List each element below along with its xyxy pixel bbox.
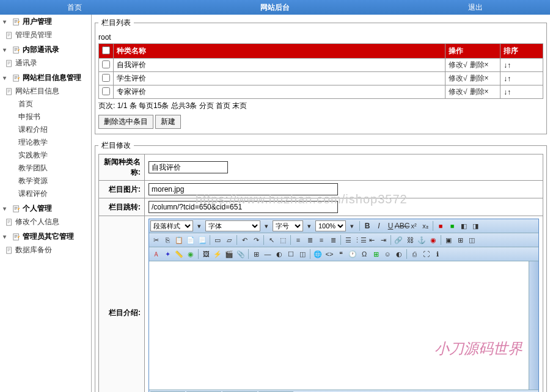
img-input[interactable] [148, 183, 338, 195]
outdent-icon[interactable]: ⇤ [366, 234, 377, 245]
name-input[interactable] [148, 161, 228, 173]
image-icon[interactable]: 🖼 [200, 249, 211, 260]
sidebar-subitem[interactable]: 教学团队 [0, 162, 91, 175]
delete-link[interactable]: 删除× [470, 60, 489, 69]
sort-arrows[interactable]: ↓↑ [504, 61, 511, 70]
palette-icon[interactable]: ◧ [458, 220, 469, 231]
jump-input[interactable] [148, 201, 338, 213]
paste-text-icon[interactable]: 📃 [197, 234, 208, 245]
dropdown-icon[interactable]: ▾ [261, 220, 272, 231]
time-icon[interactable]: 🕐 [347, 249, 358, 260]
row-checkbox[interactable] [102, 74, 110, 82]
emotion-icon[interactable]: ☺ [382, 249, 393, 260]
anchor-icon[interactable]: ⚓ [416, 234, 427, 245]
sidebar-subitem[interactable]: 理论教学 [0, 136, 91, 149]
align-left-icon[interactable]: ≡ [293, 234, 304, 245]
fullscreen-icon[interactable]: ⛶ [420, 249, 431, 260]
cut-icon[interactable]: ✂ [150, 234, 161, 245]
map-icon[interactable]: ◉ [428, 234, 439, 245]
edit-link[interactable]: 修改√ [449, 60, 468, 69]
align-center-icon[interactable]: ≣ [304, 234, 315, 245]
clear-icon[interactable]: ◨ [470, 220, 481, 231]
font-select[interactable]: 字体 [205, 220, 260, 231]
editor-scrollbar[interactable] [529, 261, 538, 390]
grid-icon[interactable]: ⊞ [455, 234, 466, 245]
edit-link[interactable]: 修改√ [449, 87, 468, 96]
subscript-icon[interactable]: x₂ [420, 220, 431, 231]
help-icon[interactable]: ℹ [432, 249, 443, 260]
dropdown-icon[interactable]: ▾ [304, 220, 315, 231]
file-icon[interactable]: 📎 [235, 249, 246, 260]
sidebar-item[interactable]: 修改个人信息 [0, 216, 91, 228]
row-checkbox[interactable] [102, 60, 110, 68]
sidebar-subitem[interactable]: 课程评价 [0, 187, 91, 200]
ol-icon[interactable]: ☰ [343, 234, 354, 245]
sidebar-item[interactable]: 数据库备份 [0, 244, 91, 256]
copy-icon[interactable]: ⎘ [162, 234, 173, 245]
form-icon[interactable]: ☐ [285, 249, 296, 260]
sidebar-item[interactable]: 管理员管理 [0, 29, 91, 42]
root-label[interactable]: root [98, 31, 543, 43]
sort-arrows[interactable]: ↓↑ [504, 74, 511, 83]
marquee-icon[interactable]: ◐ [274, 249, 285, 260]
row-checkbox[interactable] [102, 87, 110, 95]
bgcolor-icon[interactable]: ■ [447, 220, 458, 231]
sidebar-subitem[interactable]: 实践教学 [0, 149, 91, 162]
sidebar-group-header[interactable]: ▾管理员其它管理 [0, 230, 91, 244]
pointer-icon[interactable]: ↖ [266, 234, 277, 245]
sidebar-item[interactable]: 网站栏目信息 [0, 85, 91, 98]
delete-link[interactable]: 删除× [470, 87, 489, 96]
size-select[interactable]: 字号 [273, 220, 303, 231]
paste-icon[interactable]: 📋 [174, 234, 185, 245]
sidebar-group-header[interactable]: ▾个人管理 [0, 201, 91, 216]
align-right-icon[interactable]: ≡ [316, 234, 327, 245]
sidebar-group-header[interactable]: ▾网站栏目信息管理 [0, 71, 91, 85]
redo-icon[interactable]: ↷ [251, 234, 262, 245]
sidebar-subitem[interactable]: 课程介绍 [0, 123, 91, 136]
zoom-select[interactable]: 100% [315, 220, 346, 231]
select-rect-icon[interactable]: ▭ [212, 234, 223, 245]
italic-icon[interactable]: I [373, 220, 384, 231]
char-icon[interactable]: ✦ [162, 249, 173, 260]
sidebar-subitem[interactable]: 首页 [0, 98, 91, 111]
flash-icon[interactable]: ⚡ [212, 249, 223, 260]
layer-icon[interactable]: ▱ [224, 234, 235, 245]
table-icon[interactable]: ⊞ [251, 249, 262, 260]
sidebar-subitem[interactable]: 教学资源 [0, 175, 91, 187]
nav-home[interactable]: 首页 [55, 2, 94, 13]
media-icon[interactable]: 🎬 [224, 249, 235, 260]
art-icon[interactable]: ◐ [394, 249, 405, 260]
editor-content[interactable] [149, 261, 529, 390]
sidebar-group-header[interactable]: ▾内部通讯录 [0, 43, 91, 57]
delete-selected-button[interactable]: 删除选中条目 [98, 115, 153, 129]
new-button[interactable]: 新建 [155, 115, 181, 129]
indent-icon[interactable]: ⇥ [378, 234, 389, 245]
quote-icon[interactable]: ❝ [336, 249, 346, 260]
dropdown-icon[interactable]: ▾ [194, 220, 205, 231]
superscript-icon[interactable]: x² [408, 220, 419, 231]
frame-icon[interactable]: ◫ [466, 234, 477, 245]
code-icon[interactable]: <> [324, 249, 335, 260]
nav-exit[interactable]: 退出 [456, 2, 495, 13]
paste-word-icon[interactable]: 📄 [185, 234, 196, 245]
hr-icon[interactable]: — [262, 249, 273, 260]
web-icon[interactable]: 🌐 [312, 249, 323, 260]
undo-icon[interactable]: ↶ [239, 234, 250, 245]
border-icon[interactable]: ▣ [443, 234, 454, 245]
sidebar-group-header[interactable]: ▾用户管理 [0, 15, 91, 29]
iframe-icon[interactable]: ◫ [297, 249, 308, 260]
ul-icon[interactable]: ⋮☰ [354, 234, 365, 245]
excel-icon[interactable]: ⊞ [370, 249, 381, 260]
dropdown-icon[interactable]: ▾ [346, 220, 358, 231]
link-icon[interactable]: 🔗 [393, 234, 404, 245]
sidebar-subitem[interactable]: 申报书 [0, 111, 91, 123]
spell-icon[interactable]: Ａ [150, 249, 161, 260]
ruler-icon[interactable]: 📏 [174, 249, 185, 260]
select-all-checkbox[interactable] [102, 46, 110, 54]
sidebar-item[interactable]: 通讯录 [0, 57, 91, 70]
sort-arrows[interactable]: ↓↑ [504, 88, 511, 96]
edit-link[interactable]: 修改√ [449, 74, 468, 82]
justify-icon[interactable]: ≣ [328, 234, 339, 245]
bold-icon[interactable]: B [362, 220, 373, 231]
unlink-icon[interactable]: ⛓ [405, 234, 416, 245]
